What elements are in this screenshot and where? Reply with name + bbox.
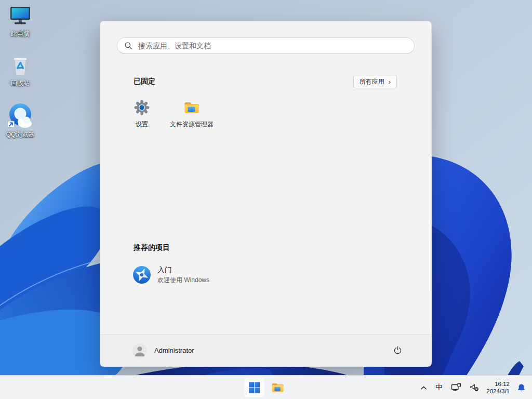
taskbar-clock[interactable]: 16:12 2024/3/1	[483, 380, 513, 395]
desktop-icon-label: 回收站	[11, 79, 30, 87]
notifications-button[interactable]	[513, 377, 530, 398]
recommended-item-get-started[interactable]: 入门 欢迎使用 Windows	[128, 261, 284, 288]
power-button[interactable]	[388, 341, 407, 360]
all-apps-label: 所有应用	[360, 77, 384, 86]
start-menu-footer: Administrator	[100, 334, 431, 366]
taskbar: 中 16:12 2024/3/1	[0, 375, 532, 399]
all-apps-button[interactable]: 所有应用 ›	[353, 75, 397, 88]
pinned-app-label: 设置	[136, 120, 148, 129]
user-name: Administrator	[154, 347, 194, 354]
recommended-item-subtitle: 欢迎使用 Windows	[157, 276, 209, 285]
ime-indicator-button[interactable]: 中	[431, 377, 447, 398]
settings-gear-icon	[134, 99, 150, 116]
clock-date: 2024/3/1	[486, 388, 510, 395]
pinned-app-file-explorer[interactable]: 文件资源管理器	[167, 99, 217, 136]
get-started-icon	[132, 265, 151, 284]
user-avatar-icon	[132, 343, 147, 358]
this-pc-icon	[8, 3, 33, 28]
volume-muted-button[interactable]	[466, 377, 483, 398]
ime-label: 中	[435, 383, 443, 392]
desktop-icon-recycle-bin[interactable]: 回收站	[1, 52, 40, 87]
desktop-icon-label: 此电脑	[11, 30, 30, 37]
qq-browser-icon	[7, 102, 34, 129]
start-button[interactable]	[244, 377, 265, 398]
pinned-app-settings[interactable]: 设置	[117, 99, 167, 136]
chevron-up-icon	[420, 384, 427, 391]
ethernet-network-icon	[451, 383, 461, 392]
recycle-bin-icon	[8, 52, 33, 77]
notification-bell-icon	[517, 383, 526, 392]
desktop-icon-this-pc[interactable]: 此电脑	[1, 3, 40, 37]
start-search	[117, 37, 415, 54]
network-button[interactable]	[447, 377, 466, 398]
clock-time: 16:12	[486, 380, 510, 388]
user-account-button[interactable]: Administrator	[132, 339, 200, 362]
pinned-app-label: 文件资源管理器	[170, 120, 214, 129]
recommended-section-title: 推荐的项目	[134, 243, 170, 252]
start-menu: 已固定 所有应用 › 设置 文件资源管理器 推荐的项目	[100, 21, 432, 367]
windows-logo-icon	[249, 382, 260, 393]
file-explorer-icon	[183, 99, 200, 116]
pinned-section-title: 已固定	[134, 77, 155, 86]
file-explorer-icon	[271, 381, 285, 394]
chevron-right-icon: ›	[389, 78, 391, 85]
speaker-muted-icon	[470, 383, 479, 392]
hidden-icons-button[interactable]	[416, 377, 431, 398]
desktop-icon-label: QQ浏览器	[6, 131, 35, 138]
search-input[interactable]	[117, 37, 415, 54]
taskbar-file-explorer-button[interactable]	[268, 377, 288, 398]
power-icon	[393, 346, 402, 355]
recommended-item-title: 入门	[157, 265, 209, 275]
desktop-icon-qq-browser[interactable]: QQ浏览器	[1, 102, 40, 138]
